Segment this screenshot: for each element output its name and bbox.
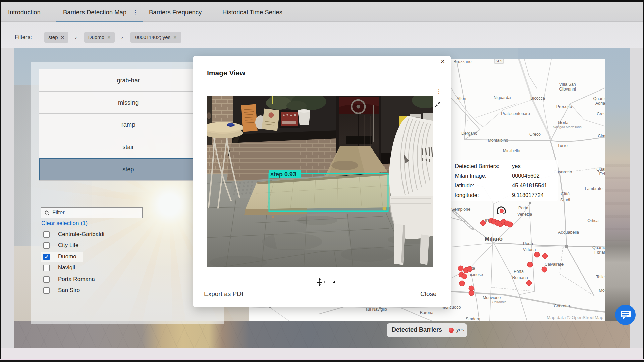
svg-text:Dergano: Dergano	[461, 131, 477, 136]
svg-text:Porta: Porta	[518, 206, 528, 210]
svg-text:Affori: Affori	[457, 96, 466, 101]
svg-text:Città: Città	[561, 192, 570, 196]
svg-text:Forlanini: Forlanini	[594, 250, 605, 255]
svg-text:Sempione: Sempione	[451, 207, 470, 212]
svg-text:Giovanni: Giovanni	[559, 87, 576, 92]
svg-text:Niguarda: Niguarda	[494, 95, 511, 100]
svg-text:Quart: Quart	[596, 167, 605, 172]
svg-text:Adrian: Adrian	[595, 101, 605, 106]
svg-text:Taliedo: Taliedo	[596, 275, 605, 279]
svg-text:Calvairate: Calvairate	[545, 262, 564, 267]
svg-text:Romana: Romana	[512, 275, 528, 280]
svg-text:Morivione: Morivione	[483, 295, 501, 300]
svg-text:step 0.93: step 0.93	[270, 171, 296, 178]
svg-text:Lambrate: Lambrate	[585, 186, 603, 191]
svg-text:sul Naviglio: sul Naviglio	[366, 307, 387, 312]
svg-text:longitude:: longitude:	[455, 192, 479, 198]
svg-text:Felt: Felt	[599, 172, 605, 176]
svg-text:Porta: Porta	[523, 241, 533, 246]
svg-text:Quartie: Quartie	[593, 96, 606, 101]
svg-text:Cimian: Cimian	[598, 134, 605, 138]
svg-text:latitude:: latitude:	[455, 182, 474, 188]
svg-text:Bicocca: Bicocca	[530, 96, 545, 101]
svg-text:Acquabella: Acquabella	[558, 230, 579, 235]
svg-text:Map data © OpenStreetMap: Map data © OpenStreetMap	[547, 315, 603, 320]
svg-text:Corvetto: Corvetto	[554, 304, 570, 308]
svg-text:Mirabello: Mirabello	[503, 148, 520, 153]
svg-text:Studi: Studi	[560, 198, 570, 202]
svg-text:Greco: Greco	[529, 132, 541, 137]
svg-text:Turro: Turro	[557, 143, 567, 148]
svg-text:45.491815541: 45.491815541	[512, 182, 547, 188]
svg-text:Precotto: Precotto	[556, 104, 572, 109]
svg-text:Naviglio Martesana: Naviglio Martesana	[553, 125, 582, 129]
svg-text:Pratocentenaro: Pratocentenaro	[501, 111, 530, 116]
svg-text:Ticinese: Ticinese	[468, 272, 483, 277]
svg-text:Stadera: Stadera	[466, 317, 480, 321]
svg-text:9.118017724: 9.118017724	[512, 192, 544, 198]
svg-text:Mor: Mor	[599, 288, 605, 293]
svg-text:Porta: Porta	[514, 269, 524, 274]
svg-text:Milano: Milano	[485, 236, 503, 242]
svg-text:Detected Barriers:: Detected Barriers:	[455, 163, 499, 169]
svg-text:Vittoria: Vittoria	[523, 247, 536, 252]
svg-text:SP9: SP9	[496, 59, 502, 63]
svg-text:Barona: Barona	[420, 310, 433, 315]
svg-text:Ortica: Ortica	[587, 218, 598, 223]
svg-text:Milan Image:: Milan Image:	[455, 173, 486, 179]
svg-text:Venezia: Venezia	[517, 212, 532, 217]
svg-text:yes: yes	[512, 163, 521, 169]
svg-text:Gorla: Gorla	[558, 120, 569, 125]
svg-text:Montalbino: Montalbino	[488, 138, 508, 143]
svg-text:Cresco: Cresco	[597, 112, 605, 116]
svg-text:Pettabbia: Pettabbia	[492, 300, 507, 304]
svg-text:Bruzzano: Bruzzano	[454, 59, 472, 64]
svg-text:Villa San: Villa San	[559, 82, 576, 87]
svg-text:000045602: 000045602	[512, 173, 540, 179]
svg-text:Quartiere: Quartiere	[592, 245, 605, 250]
